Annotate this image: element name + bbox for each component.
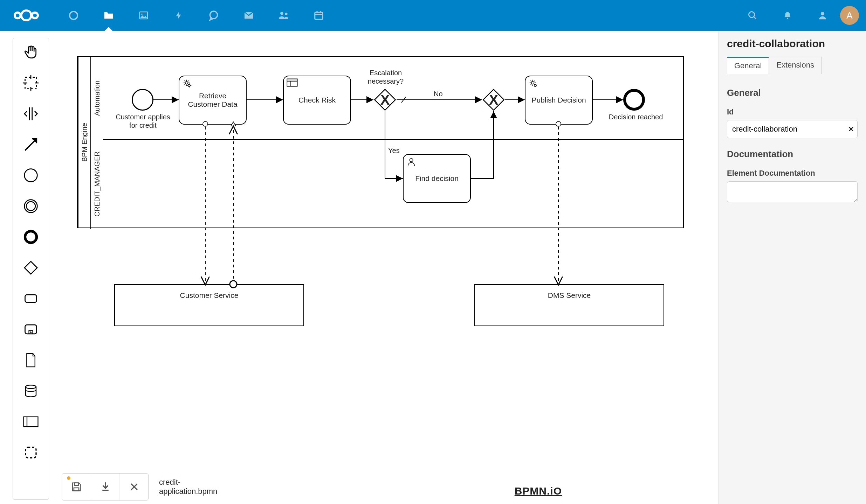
- start-event[interactable]: [132, 89, 153, 111]
- participant-customer-service[interactable]: Customer Service: [114, 284, 304, 326]
- svg-point-28: [25, 231, 37, 243]
- properties-panel: credit-collaboration General Extensions …: [718, 31, 866, 504]
- svg-point-35: [26, 385, 36, 388]
- svg-rect-38: [26, 447, 36, 458]
- start-event-label: Customer applies for credit: [111, 113, 174, 130]
- diagram-canvas[interactable]: BPM Engine Automation CREDIT_MANAGER Cus…: [49, 31, 718, 504]
- svg-point-1: [21, 10, 31, 20]
- task-label: Publish Decision: [531, 96, 586, 104]
- group-icon[interactable]: [21, 443, 41, 462]
- contacts-menu-icon[interactable]: [805, 0, 840, 31]
- edge-no-label: No: [434, 90, 443, 98]
- participant-label: Customer Service: [180, 291, 239, 300]
- svg-point-49: [410, 159, 413, 162]
- editor-actions: credit- application.bpmn: [62, 473, 217, 500]
- id-input[interactable]: [727, 120, 858, 138]
- task-publish-decision[interactable]: Publish Decision: [525, 76, 593, 125]
- svg-rect-46: [287, 79, 297, 81]
- lane-automation-label: Automation: [90, 57, 103, 139]
- gateway-merge[interactable]: X: [481, 88, 506, 112]
- nav-activity-icon[interactable]: [161, 0, 196, 31]
- nav-mail-icon[interactable]: [231, 0, 266, 31]
- tab-general[interactable]: General: [727, 57, 769, 74]
- participant-label: DMS Service: [548, 291, 591, 300]
- space-tool-icon[interactable]: [21, 104, 41, 124]
- svg-point-2: [32, 13, 37, 18]
- participant-icon[interactable]: [21, 412, 41, 432]
- nav-contacts-icon[interactable]: [266, 0, 301, 31]
- svg-point-41: [203, 121, 208, 126]
- svg-rect-36: [24, 417, 38, 427]
- svg-point-17: [821, 12, 824, 15]
- svg-point-27: [26, 202, 35, 211]
- task-icon[interactable]: [21, 289, 41, 308]
- tab-extensions[interactable]: Extensions: [769, 57, 822, 74]
- close-button[interactable]: [119, 474, 148, 500]
- user-task-icon: [406, 157, 416, 168]
- download-button[interactable]: [91, 474, 119, 500]
- save-button[interactable]: [62, 474, 91, 500]
- svg-point-25: [25, 169, 37, 182]
- svg-point-16: [787, 18, 788, 19]
- gateway-label: Escalation necessary?: [356, 69, 415, 85]
- task-label: Check Risk: [298, 96, 336, 104]
- nav-talk-icon[interactable]: [196, 0, 231, 31]
- pool-label: BPM Engine: [78, 57, 90, 227]
- bpmn-io-logo[interactable]: BPMN.iO: [515, 485, 562, 497]
- svg-point-50: [531, 82, 534, 84]
- doc-field-label: Element Documentation: [727, 169, 858, 178]
- gateway-x-icon: X: [373, 88, 397, 112]
- search-icon[interactable]: [735, 0, 770, 31]
- nextcloud-logo[interactable]: [7, 8, 46, 22]
- gateway-escalation[interactable]: X: [373, 88, 397, 112]
- clear-id-icon[interactable]: ✕: [848, 125, 854, 133]
- lasso-tool-icon[interactable]: [21, 73, 41, 93]
- svg-rect-30: [25, 295, 37, 302]
- connect-tool-icon[interactable]: [21, 135, 41, 154]
- svg-marker-42: [231, 122, 236, 126]
- notifications-icon[interactable]: [770, 0, 805, 31]
- svg-line-15: [754, 17, 756, 19]
- hand-tool-icon[interactable]: [21, 42, 41, 62]
- task-retrieve-customer-data[interactable]: Retrieve Customer Data: [179, 76, 247, 125]
- nav-icons: [56, 0, 336, 31]
- svg-rect-10: [315, 12, 323, 19]
- svg-rect-29: [25, 261, 37, 274]
- intermediate-event-icon[interactable]: [21, 196, 41, 216]
- documentation-textarea[interactable]: [727, 181, 858, 202]
- subprocess-icon[interactable]: [21, 320, 41, 339]
- nav-files-icon[interactable]: [91, 0, 126, 31]
- gateway-icon[interactable]: [21, 258, 41, 278]
- svg-rect-64: [74, 488, 79, 491]
- svg-rect-65: [74, 483, 78, 485]
- svg-point-52: [556, 121, 561, 126]
- svg-point-5: [141, 13, 143, 15]
- svg-point-40: [188, 84, 190, 86]
- section-doc-label: Documentation: [727, 149, 858, 160]
- nav-photos-icon[interactable]: [126, 0, 161, 31]
- nav-dashboard-icon[interactable]: [56, 0, 91, 31]
- avatar[interactable]: A: [840, 6, 859, 25]
- data-store-icon[interactable]: [21, 381, 41, 401]
- start-event-icon[interactable]: [21, 166, 41, 185]
- nav-calendar-icon[interactable]: [301, 0, 336, 31]
- participant-dms-service[interactable]: DMS Service: [474, 284, 664, 326]
- svg-point-3: [70, 12, 78, 20]
- gateway-x-icon: X: [481, 88, 506, 112]
- boundary-marker-icon: [555, 121, 562, 127]
- filename-label: credit- application.bpmn: [159, 478, 217, 496]
- boundary-marker-icon: [230, 121, 237, 127]
- properties-title: credit-collaboration: [727, 38, 858, 50]
- task-label: Retrieve Customer Data: [188, 92, 237, 108]
- task-check-risk[interactable]: Check Risk: [283, 76, 351, 125]
- svg-point-8: [280, 12, 283, 15]
- data-object-icon[interactable]: [21, 350, 41, 370]
- svg-point-51: [534, 84, 536, 86]
- svg-point-9: [285, 13, 288, 15]
- properties-tabs: General Extensions: [727, 57, 858, 74]
- id-field-label: Id: [727, 107, 858, 117]
- edge-yes-label: Yes: [388, 146, 400, 155]
- end-event-icon[interactable]: [21, 227, 41, 247]
- end-event[interactable]: [623, 89, 645, 111]
- task-find-decision[interactable]: Find decision: [403, 154, 471, 203]
